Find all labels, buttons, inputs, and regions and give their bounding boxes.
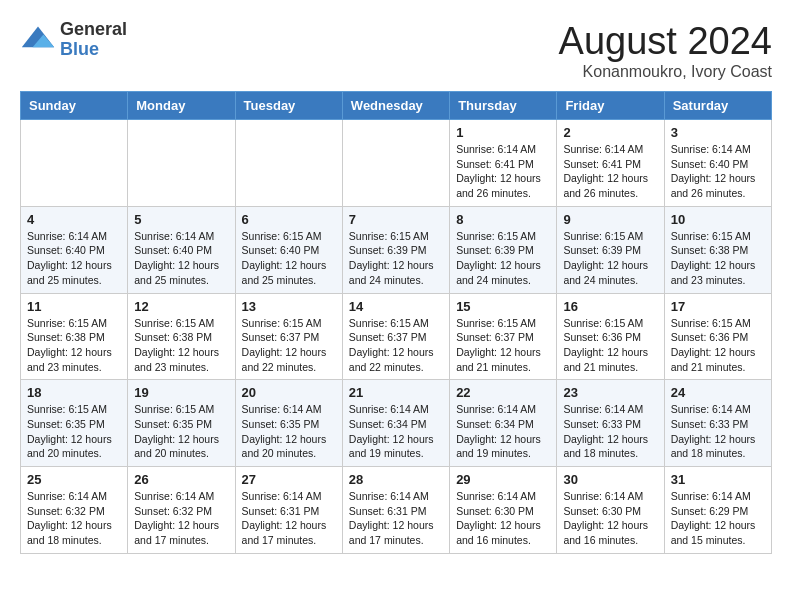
day-info: Sunrise: 6:14 AM Sunset: 6:34 PM Dayligh… — [349, 402, 443, 461]
calendar-cell — [21, 120, 128, 207]
day-info: Sunrise: 6:15 AM Sunset: 6:39 PM Dayligh… — [563, 229, 657, 288]
calendar-cell: 17Sunrise: 6:15 AM Sunset: 6:36 PM Dayli… — [664, 293, 771, 380]
calendar-cell: 16Sunrise: 6:15 AM Sunset: 6:36 PM Dayli… — [557, 293, 664, 380]
day-number: 9 — [563, 212, 657, 227]
calendar-cell: 22Sunrise: 6:14 AM Sunset: 6:34 PM Dayli… — [450, 380, 557, 467]
day-number: 10 — [671, 212, 765, 227]
calendar-cell: 8Sunrise: 6:15 AM Sunset: 6:39 PM Daylig… — [450, 206, 557, 293]
calendar-week-3: 11Sunrise: 6:15 AM Sunset: 6:38 PM Dayli… — [21, 293, 772, 380]
calendar-cell: 23Sunrise: 6:14 AM Sunset: 6:33 PM Dayli… — [557, 380, 664, 467]
day-number: 21 — [349, 385, 443, 400]
day-info: Sunrise: 6:15 AM Sunset: 6:37 PM Dayligh… — [456, 316, 550, 375]
calendar-cell: 14Sunrise: 6:15 AM Sunset: 6:37 PM Dayli… — [342, 293, 449, 380]
day-header-friday: Friday — [557, 92, 664, 120]
calendar-cell: 24Sunrise: 6:14 AM Sunset: 6:33 PM Dayli… — [664, 380, 771, 467]
day-number: 11 — [27, 299, 121, 314]
day-info: Sunrise: 6:14 AM Sunset: 6:41 PM Dayligh… — [563, 142, 657, 201]
calendar-week-4: 18Sunrise: 6:15 AM Sunset: 6:35 PM Dayli… — [21, 380, 772, 467]
day-number: 2 — [563, 125, 657, 140]
day-number: 7 — [349, 212, 443, 227]
calendar-cell: 4Sunrise: 6:14 AM Sunset: 6:40 PM Daylig… — [21, 206, 128, 293]
day-header-saturday: Saturday — [664, 92, 771, 120]
calendar-cell: 12Sunrise: 6:15 AM Sunset: 6:38 PM Dayli… — [128, 293, 235, 380]
day-number: 6 — [242, 212, 336, 227]
day-info: Sunrise: 6:15 AM Sunset: 6:35 PM Dayligh… — [134, 402, 228, 461]
day-info: Sunrise: 6:15 AM Sunset: 6:38 PM Dayligh… — [134, 316, 228, 375]
logo-text: General Blue — [60, 20, 127, 60]
calendar-week-2: 4Sunrise: 6:14 AM Sunset: 6:40 PM Daylig… — [21, 206, 772, 293]
day-number: 24 — [671, 385, 765, 400]
day-number: 19 — [134, 385, 228, 400]
day-info: Sunrise: 6:14 AM Sunset: 6:29 PM Dayligh… — [671, 489, 765, 548]
day-info: Sunrise: 6:14 AM Sunset: 6:33 PM Dayligh… — [563, 402, 657, 461]
calendar-cell: 27Sunrise: 6:14 AM Sunset: 6:31 PM Dayli… — [235, 467, 342, 554]
calendar-week-1: 1Sunrise: 6:14 AM Sunset: 6:41 PM Daylig… — [21, 120, 772, 207]
calendar-cell: 20Sunrise: 6:14 AM Sunset: 6:35 PM Dayli… — [235, 380, 342, 467]
calendar-cell: 25Sunrise: 6:14 AM Sunset: 6:32 PM Dayli… — [21, 467, 128, 554]
day-number: 27 — [242, 472, 336, 487]
day-header-monday: Monday — [128, 92, 235, 120]
month-title: August 2024 — [559, 20, 772, 63]
day-info: Sunrise: 6:14 AM Sunset: 6:34 PM Dayligh… — [456, 402, 550, 461]
day-number: 22 — [456, 385, 550, 400]
day-number: 3 — [671, 125, 765, 140]
day-number: 5 — [134, 212, 228, 227]
day-info: Sunrise: 6:15 AM Sunset: 6:38 PM Dayligh… — [27, 316, 121, 375]
day-info: Sunrise: 6:14 AM Sunset: 6:32 PM Dayligh… — [134, 489, 228, 548]
day-number: 29 — [456, 472, 550, 487]
day-number: 4 — [27, 212, 121, 227]
day-info: Sunrise: 6:14 AM Sunset: 6:31 PM Dayligh… — [242, 489, 336, 548]
day-number: 13 — [242, 299, 336, 314]
calendar-header-row: SundayMondayTuesdayWednesdayThursdayFrid… — [21, 92, 772, 120]
title-area: August 2024 Konanmoukro, Ivory Coast — [559, 20, 772, 81]
calendar-table: SundayMondayTuesdayWednesdayThursdayFrid… — [20, 91, 772, 554]
calendar-cell — [342, 120, 449, 207]
logo-icon — [20, 22, 56, 58]
calendar-cell — [235, 120, 342, 207]
calendar-cell: 31Sunrise: 6:14 AM Sunset: 6:29 PM Dayli… — [664, 467, 771, 554]
day-number: 14 — [349, 299, 443, 314]
day-info: Sunrise: 6:14 AM Sunset: 6:33 PM Dayligh… — [671, 402, 765, 461]
day-number: 15 — [456, 299, 550, 314]
day-number: 16 — [563, 299, 657, 314]
day-info: Sunrise: 6:14 AM Sunset: 6:31 PM Dayligh… — [349, 489, 443, 548]
calendar-body: 1Sunrise: 6:14 AM Sunset: 6:41 PM Daylig… — [21, 120, 772, 554]
calendar-cell: 30Sunrise: 6:14 AM Sunset: 6:30 PM Dayli… — [557, 467, 664, 554]
calendar-cell: 13Sunrise: 6:15 AM Sunset: 6:37 PM Dayli… — [235, 293, 342, 380]
day-number: 1 — [456, 125, 550, 140]
day-info: Sunrise: 6:14 AM Sunset: 6:30 PM Dayligh… — [456, 489, 550, 548]
day-info: Sunrise: 6:14 AM Sunset: 6:30 PM Dayligh… — [563, 489, 657, 548]
day-info: Sunrise: 6:15 AM Sunset: 6:37 PM Dayligh… — [242, 316, 336, 375]
calendar-cell: 19Sunrise: 6:15 AM Sunset: 6:35 PM Dayli… — [128, 380, 235, 467]
day-info: Sunrise: 6:15 AM Sunset: 6:38 PM Dayligh… — [671, 229, 765, 288]
calendar-cell: 3Sunrise: 6:14 AM Sunset: 6:40 PM Daylig… — [664, 120, 771, 207]
day-info: Sunrise: 6:15 AM Sunset: 6:39 PM Dayligh… — [456, 229, 550, 288]
day-info: Sunrise: 6:15 AM Sunset: 6:36 PM Dayligh… — [671, 316, 765, 375]
calendar-cell: 6Sunrise: 6:15 AM Sunset: 6:40 PM Daylig… — [235, 206, 342, 293]
day-info: Sunrise: 6:15 AM Sunset: 6:39 PM Dayligh… — [349, 229, 443, 288]
day-info: Sunrise: 6:14 AM Sunset: 6:40 PM Dayligh… — [671, 142, 765, 201]
calendar-week-5: 25Sunrise: 6:14 AM Sunset: 6:32 PM Dayli… — [21, 467, 772, 554]
day-header-tuesday: Tuesday — [235, 92, 342, 120]
calendar-cell: 2Sunrise: 6:14 AM Sunset: 6:41 PM Daylig… — [557, 120, 664, 207]
calendar-cell: 10Sunrise: 6:15 AM Sunset: 6:38 PM Dayli… — [664, 206, 771, 293]
day-info: Sunrise: 6:14 AM Sunset: 6:35 PM Dayligh… — [242, 402, 336, 461]
calendar-cell: 15Sunrise: 6:15 AM Sunset: 6:37 PM Dayli… — [450, 293, 557, 380]
logo: General Blue — [20, 20, 127, 60]
calendar-cell: 1Sunrise: 6:14 AM Sunset: 6:41 PM Daylig… — [450, 120, 557, 207]
day-number: 30 — [563, 472, 657, 487]
calendar-cell: 9Sunrise: 6:15 AM Sunset: 6:39 PM Daylig… — [557, 206, 664, 293]
day-header-wednesday: Wednesday — [342, 92, 449, 120]
header: General Blue August 2024 Konanmoukro, Iv… — [20, 20, 772, 81]
day-info: Sunrise: 6:14 AM Sunset: 6:41 PM Dayligh… — [456, 142, 550, 201]
day-info: Sunrise: 6:15 AM Sunset: 6:35 PM Dayligh… — [27, 402, 121, 461]
calendar-cell: 21Sunrise: 6:14 AM Sunset: 6:34 PM Dayli… — [342, 380, 449, 467]
day-info: Sunrise: 6:14 AM Sunset: 6:40 PM Dayligh… — [27, 229, 121, 288]
day-header-sunday: Sunday — [21, 92, 128, 120]
calendar-cell: 11Sunrise: 6:15 AM Sunset: 6:38 PM Dayli… — [21, 293, 128, 380]
day-number: 23 — [563, 385, 657, 400]
location-title: Konanmoukro, Ivory Coast — [559, 63, 772, 81]
day-info: Sunrise: 6:14 AM Sunset: 6:32 PM Dayligh… — [27, 489, 121, 548]
day-info: Sunrise: 6:15 AM Sunset: 6:37 PM Dayligh… — [349, 316, 443, 375]
day-number: 31 — [671, 472, 765, 487]
